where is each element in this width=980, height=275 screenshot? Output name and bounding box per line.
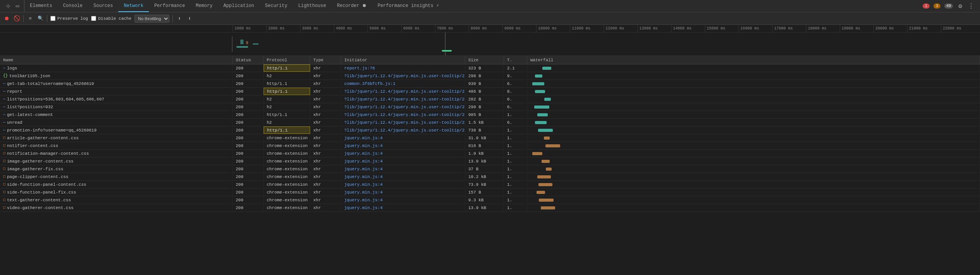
settings-icon[interactable]: ⚙ [957,3,964,10]
initiator-link[interactable]: ?lib/jquery/1.12.4/jquery.min.js.user-to… [344,74,465,78]
cell-initiator[interactable]: jquery.min.js:4 [341,181,465,188]
initiator-link[interactable]: jquery.min.js:4 [344,136,383,140]
waterfall-overview[interactable] [0,33,980,56]
tab-memory[interactable]: Memory [190,0,218,12]
initiator-link[interactable]: ?lib/jquery/1.12.4/jquery.min.js.user-to… [344,105,465,109]
table-row[interactable]: □image-gatherer-fix.css200chrome-extensi… [0,165,980,173]
cell-size: 486 B [465,88,504,95]
initiator-link[interactable]: report.js:76 [344,66,375,71]
tab-security[interactable]: Security [260,0,293,12]
filter-button[interactable]: ⊘ [27,15,34,22]
table-row[interactable]: □image-gatherer-content.css200chrome-ext… [0,157,980,165]
cell-name: {}toolbar1105.json [0,72,233,80]
col-header-waterfall[interactable]: Waterfall [527,56,980,64]
cell-initiator[interactable]: ?lib/jquery/1.12.4/jquery.min.js.user-to… [341,111,465,118]
cell-initiator[interactable]: jquery.min.js:4 [341,165,465,173]
initiator-link[interactable]: jquery.min.js:4 [344,190,383,195]
tab-sources[interactable]: Sources [88,0,118,12]
col-header-type[interactable]: Type [310,56,341,64]
initiator-link[interactable]: ?lib/jquery/1.12.4/jquery.min.js.user-to… [344,128,465,133]
col-header-protocol[interactable]: Protocol [264,56,310,64]
tab-network[interactable]: Network [118,0,148,12]
cell-initiator[interactable]: report.js:76 [341,64,465,72]
table-row[interactable]: □video-gatherer-content.css200chrome-ext… [0,204,980,212]
initiator-link[interactable]: ?lib/jquery/1.12.4/jquery.min.js.user-to… [344,89,465,94]
cell-initiator[interactable]: jquery.min.js:4 [341,157,465,165]
cell-initiator[interactable]: ?lib/jquery/1.12.4/jquery.min.js.user-to… [341,119,465,126]
more-options-icon[interactable]: ⋮ [968,3,975,10]
cell-initiator[interactable]: jquery.min.js:4 [341,142,465,149]
table-row[interactable]: {}toolbar1105.json200h2xhr?lib/jquery/1.… [0,72,980,80]
preserve-log-checkbox[interactable] [50,16,55,21]
cell-time: 1. [504,181,527,188]
cell-initiator[interactable]: ?lib/jquery/1.12.4/jquery.min.js.user-to… [341,103,465,111]
initiator-link[interactable]: jquery.min.js:4 [344,206,383,210]
export-har-button[interactable]: ⬇ [186,15,193,22]
cell-initiator[interactable]: jquery.min.js:4 [341,189,465,196]
cell-initiator[interactable]: jquery.min.js:4 [341,196,465,204]
table-row[interactable]: ↔list?positions=932200h2xhr?lib/jquery/1… [0,103,980,111]
devtools-icon-cursor[interactable]: ⊹ [5,3,12,10]
table-row[interactable]: □notifier-content.css200chrome-extension… [0,142,980,150]
tab-console[interactable]: Console [58,0,88,12]
tab-bar: ⊹ ▭ Elements Console Sources Network Per… [0,0,980,12]
record-button[interactable]: ⏺ [3,15,10,22]
cell-initiator[interactable]: common.3f6bfcfb.js:1 [341,80,465,87]
table-row[interactable]: □side-function-panel-content.css200chrom… [0,181,980,189]
table-row[interactable]: ↔list?positions=536,603,604,605,606,6072… [0,95,980,103]
import-har-button[interactable]: ⬆ [176,15,183,22]
table-row[interactable]: □article-gatherer-content.css200chrome-e… [0,134,980,142]
disable-cache-checkbox[interactable] [91,16,96,21]
initiator-link[interactable]: ?lib/jquery/1.12.4/jquery.min.js.user-to… [344,112,465,117]
table-row[interactable]: ↔get-latest-comment200http/1.1xhr?lib/jq… [0,111,980,119]
clear-button[interactable]: 🚫 [13,15,20,22]
tab-perf-insights[interactable]: Performance insights ⚡ [372,0,444,12]
cell-initiator[interactable]: jquery.min.js:4 [341,134,465,142]
initiator-link[interactable]: jquery.min.js:4 [344,175,383,179]
tab-lighthouse[interactable]: Lighthouse [293,0,331,12]
initiator-link[interactable]: common.3f6bfcfb.js:1 [344,81,395,86]
cell-initiator[interactable]: ?lib/jquery/1.12.4/jquery.min.js.user-to… [341,72,465,80]
initiator-link[interactable]: ?lib/jquery/1.12.4/jquery.min.js.user-to… [344,120,465,125]
table-row[interactable]: ↔get-tab-total?username=qq_45260619200ht… [0,80,980,88]
col-header-size[interactable]: Size [465,56,504,64]
table-row[interactable]: ↔logs200http/1.1xhrreport.js:76323 B2.1 [0,64,980,72]
col-header-name[interactable]: Name [0,56,233,64]
table-row[interactable]: ↔unread200h2xhr?lib/jquery/1.12.4/jquery… [0,119,980,126]
tab-elements[interactable]: Elements [24,0,58,12]
throttle-select[interactable]: No throttling Slow 3G Fast 3G Offline [135,15,169,22]
disable-cache-checkbox-label[interactable]: Disable cache [91,16,131,21]
tab-application[interactable]: Application [218,0,259,12]
cell-time: 1. [504,173,527,180]
table-row[interactable]: □text-gatherer-content.css200chrome-exte… [0,196,980,204]
cell-type: xhr [310,80,341,87]
initiator-link[interactable]: jquery.min.js:4 [344,198,383,202]
cell-initiator[interactable]: jquery.min.js:4 [341,173,465,180]
table-row[interactable]: ↔promotion-info?username=qq_45260619200h… [0,126,980,134]
table-row[interactable]: □page-clipper-content.css200chrome-exten… [0,173,980,181]
initiator-link[interactable]: ?lib/jquery/1.12.4/jquery.min.js.user-to… [344,97,465,102]
initiator-link[interactable]: jquery.min.js:4 [344,159,383,164]
col-header-time[interactable]: T. [504,56,527,64]
cell-type: xhr [310,64,341,72]
col-header-status[interactable]: Status [233,56,264,64]
preserve-log-checkbox-label[interactable]: Preserve log [50,16,88,21]
tab-performance[interactable]: Performance [149,0,190,12]
initiator-link[interactable]: jquery.min.js:4 [344,167,383,171]
cell-initiator[interactable]: jquery.min.js:4 [341,150,465,157]
devtools-icon-device[interactable]: ▭ [14,3,21,10]
cell-initiator[interactable]: ?lib/jquery/1.12.4/jquery.min.js.user-to… [341,126,465,134]
table-row[interactable]: □side-function-panel-fix.css200chrome-ex… [0,189,980,196]
table-row[interactable]: ↔report200http/1.1xhr?lib/jquery/1.12.4/… [0,88,980,95]
initiator-link[interactable]: jquery.min.js:4 [344,182,383,187]
cell-status: 200 [233,173,264,180]
tab-recorder[interactable]: Recorder ⏺ [331,0,372,12]
cell-initiator[interactable]: ?lib/jquery/1.12.4/jquery.min.js.user-to… [341,95,465,103]
table-row[interactable]: □notification-manager-content.css200chro… [0,150,980,157]
cell-initiator[interactable]: ?lib/jquery/1.12.4/jquery.min.js.user-to… [341,88,465,95]
search-button[interactable]: 🔍 [37,15,44,22]
initiator-link[interactable]: jquery.min.js:4 [344,151,383,156]
cell-initiator[interactable]: jquery.min.js:4 [341,204,465,211]
initiator-link[interactable]: jquery.min.js:4 [344,144,383,148]
col-header-initiator[interactable]: Initiator [341,56,465,64]
